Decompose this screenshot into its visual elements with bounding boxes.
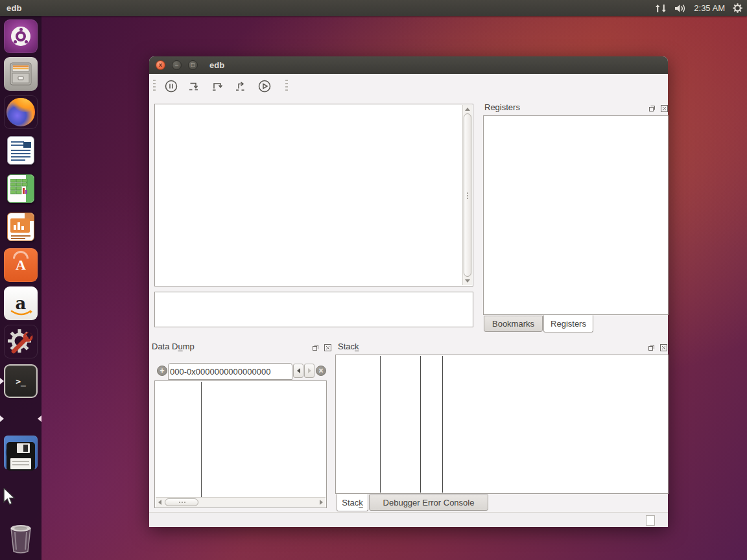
- registers-dock-buttons: [647, 104, 669, 113]
- disassembly-view[interactable]: [154, 104, 473, 286]
- right-arrow-icon: [308, 368, 311, 373]
- window-close-button[interactable]: x: [156, 60, 165, 70]
- launcher-item-software[interactable]: A: [4, 248, 38, 282]
- launcher-item-floppy[interactable]: [4, 439, 38, 473]
- tab-scroll-left-button[interactable]: [293, 364, 303, 378]
- stack-panel-title: Stack: [338, 342, 359, 351]
- left-arrow-icon: [297, 368, 300, 373]
- float-panel-button[interactable]: [647, 104, 656, 113]
- status-info-box: [154, 292, 473, 327]
- new-dump-tab-button[interactable]: +: [157, 366, 167, 376]
- horizontal-scrollbar-thumb[interactable]: [165, 498, 198, 506]
- debug-toolbar: [149, 74, 668, 99]
- launcher-item-writer[interactable]: [4, 134, 38, 167]
- resize-grip[interactable]: [646, 515, 655, 526]
- tab-registers[interactable]: Registers: [543, 315, 593, 332]
- launcher-item-impress[interactable]: [4, 210, 38, 244]
- registers-panel-title: Registers: [484, 102, 520, 112]
- column-divider: [201, 382, 202, 497]
- launcher-item-dash[interactable]: [4, 19, 38, 53]
- session-gear-icon[interactable]: [732, 3, 743, 14]
- float-panel-button[interactable]: [311, 343, 320, 352]
- system-tray: 2:35 AM: [655, 0, 743, 16]
- scroll-up-arrow[interactable]: [465, 108, 470, 111]
- firefox-icon: [6, 98, 35, 126]
- data-dump-view[interactable]: [154, 380, 327, 508]
- edb-running-indicator: [0, 415, 4, 422]
- plus-icon: +: [160, 366, 164, 375]
- trash-icon: [6, 523, 36, 554]
- step-out-button[interactable]: [231, 76, 251, 96]
- system-settings-icon: [6, 327, 36, 356]
- step-over-icon: [210, 78, 226, 94]
- column-divider: [420, 356, 421, 493]
- launcher-item-firefox[interactable]: [4, 95, 38, 129]
- network-updown-icon[interactable]: [655, 3, 667, 14]
- column-divider: [442, 356, 443, 493]
- amazon-icon: a: [16, 297, 27, 310]
- step-into-icon: [187, 78, 202, 94]
- data-dump-dock-buttons: [311, 343, 332, 352]
- edb-window: x – □ edb: [149, 56, 668, 527]
- launcher-item-calc[interactable]: [4, 172, 38, 205]
- tab-debugger-error-console[interactable]: Debugger Error Console: [369, 495, 488, 511]
- libreoffice-writer-icon: [7, 136, 34, 165]
- toolbar-separator: [285, 80, 288, 93]
- ubuntu-logo-icon: [11, 27, 30, 46]
- ubuntu-software-icon: A: [16, 257, 26, 274]
- column-divider: [380, 356, 381, 493]
- file-cabinet-icon: [8, 61, 34, 87]
- scroll-left-arrow[interactable]: [158, 500, 161, 505]
- launcher-item-settings[interactable]: [4, 325, 38, 358]
- step-over-button[interactable]: [208, 76, 228, 96]
- vertical-scrollbar-thumb[interactable]: [464, 113, 471, 277]
- window-statusbar: [149, 512, 668, 527]
- volume-icon[interactable]: [674, 3, 687, 14]
- terminal-icon: >_: [16, 377, 26, 386]
- window-title: edb: [209, 60, 224, 70]
- libreoffice-impress-icon: [7, 213, 34, 241]
- bag-handle-icon: [13, 251, 29, 259]
- run-icon: [257, 78, 272, 94]
- active-app-name[interactable]: edb: [6, 3, 22, 13]
- top-menu-bar: edb 2:35 AM: [0, 0, 747, 16]
- launcher-item-amazon[interactable]: a: [4, 286, 38, 320]
- window-maximize-button[interactable]: □: [188, 60, 198, 70]
- tab-bookmarks[interactable]: Bookmarks: [484, 316, 543, 332]
- scroll-right-arrow[interactable]: [320, 500, 323, 505]
- run-button[interactable]: [255, 76, 274, 96]
- terminal-running-indicator: [0, 378, 4, 384]
- registers-view[interactable]: [483, 115, 669, 315]
- toolbar-drag-handle[interactable]: [153, 80, 156, 93]
- tab-stack[interactable]: Stack: [337, 494, 368, 511]
- clock[interactable]: 2:35 AM: [694, 3, 725, 13]
- window-minimize-button[interactable]: –: [172, 60, 182, 70]
- launcher-item-terminal[interactable]: >_: [4, 364, 38, 398]
- launcher-dock: A a >_: [0, 16, 42, 560]
- data-dump-panel-title: Data Dump: [152, 342, 195, 351]
- close-dump-tab-button[interactable]: ×: [316, 366, 326, 376]
- disassembly-vertical-scrollbar[interactable]: [462, 105, 472, 285]
- pause-icon: [163, 78, 179, 94]
- close-icon: ×: [318, 366, 323, 375]
- launcher-item-files[interactable]: [4, 57, 38, 91]
- data-dump-horizontal-scrollbar[interactable]: [156, 497, 326, 507]
- float-panel-button[interactable]: [646, 343, 656, 352]
- window-titlebar[interactable]: x – □ edb: [149, 56, 668, 74]
- launcher-item-trash[interactable]: [4, 522, 38, 555]
- close-panel-button[interactable]: [323, 343, 332, 352]
- libreoffice-calc-icon: [7, 174, 34, 203]
- stack-dock-buttons: [646, 343, 668, 352]
- tab-scroll-right-button[interactable]: [304, 364, 314, 378]
- mouse-cursor: [3, 488, 16, 505]
- step-out-icon: [233, 78, 249, 94]
- pause-button[interactable]: [161, 76, 181, 96]
- edb-focused-indicator: [38, 415, 42, 422]
- scroll-down-arrow[interactable]: [465, 279, 470, 283]
- stack-view[interactable]: [335, 355, 669, 494]
- close-panel-button[interactable]: [659, 343, 668, 352]
- step-into-button[interactable]: [185, 76, 204, 96]
- close-panel-button[interactable]: [659, 104, 669, 113]
- floppy-disk-icon: [6, 442, 35, 471]
- dump-address-tab[interactable]: 000-0x0000000000000000: [168, 363, 292, 380]
